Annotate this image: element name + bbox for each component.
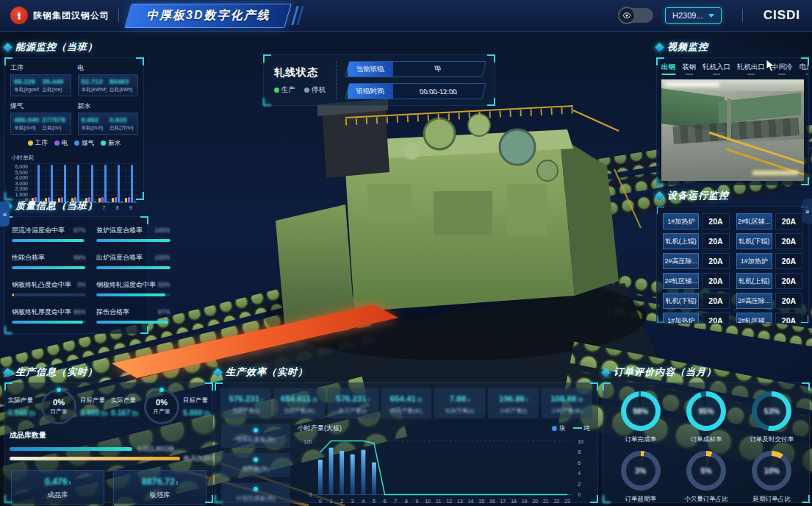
shift-time-field: 班组时间 00:00-12:00 <box>345 83 486 99</box>
svg-text:12: 12 <box>446 499 452 504</box>
warehouse-section-label: 成品库数量 <box>10 430 208 441</box>
camera-timestamp-overlay <box>665 82 719 87</box>
finished-stock-card: 0.476t 成品库 <box>11 470 104 505</box>
heat-number-dropdown[interactable]: H2309... <box>665 7 722 24</box>
svg-text:14: 14 <box>468 499 474 504</box>
warehouse-bar-today: 今日(1,801)块 <box>10 444 208 454</box>
panel-orders: 订单评价内容（当月） 98%订单完成率 95%订单成材率 53%订单及时交付率 … <box>603 366 810 503</box>
donut-yield-rate: 95%订单成材率 <box>675 391 737 444</box>
production-content: 实际产量0.045万t 0%日产量 目标产量0.900万t 实际产量0.167万… <box>4 382 213 503</box>
energy-group: 煤气 486.040277578单耗(m³/t)总耗(m³) <box>10 101 71 135</box>
side-stat-card: 当班轧废量(块) <box>221 424 290 448</box>
panel-title: 生产效率（实时） <box>215 366 598 378</box>
equipment-readout: 轧机(上辊)20A <box>736 273 803 289</box>
camera-feed[interactable] <box>661 79 804 181</box>
panel-video: 视频监控 出钢 装钢 轧机入口 轧机出口 中间冷 电加热 <box>656 41 809 185</box>
tab-mill-entry[interactable]: 轧机入口 <box>703 63 730 75</box>
donut-delayed-order-ratio: 10%延期订单占比 <box>741 451 803 504</box>
visibility-toggle[interactable] <box>619 8 653 23</box>
svg-text:6: 6 <box>578 460 581 466</box>
rolling-status-legend: 生产 停机 <box>274 85 326 95</box>
slab-stock-card: 8876.72t 板坯库 <box>113 470 206 505</box>
diamond-icon <box>655 191 664 201</box>
donut-short-order-ratio: 5%小欠量订单占比 <box>675 451 737 504</box>
hourly-output-chart: 1200108642001234567891011121314151617181… <box>296 433 592 506</box>
equipment-readout: 1#加热炉20A <box>663 213 730 229</box>
svg-text:18: 18 <box>511 499 517 504</box>
svg-text:8: 8 <box>578 449 581 455</box>
diamond-icon <box>3 43 12 52</box>
diamond-icon <box>3 368 12 377</box>
equipment-readout: 2#高压除...20A <box>663 253 730 269</box>
orders-content: 98%订单完成率 95%订单成材率 53%订单及时交付率 3%订单超期率 5%小… <box>603 382 810 503</box>
stat-card: 108.88块小时产量(块) <box>542 388 592 418</box>
equipment-readout: 1#加热炉20A <box>736 253 803 269</box>
svg-text:1: 1 <box>330 499 333 504</box>
svg-text:10: 10 <box>425 499 431 504</box>
stat-card: 654.41块昨日产量(块) <box>381 388 432 418</box>
page-title: 中厚板3D数字化产线 <box>124 4 292 28</box>
quality-metric: 层流冷温度命中率97% <box>12 226 86 242</box>
dashboard-root: 陕钢集团汉钢公司 中厚板3D数字化产线 H2309... CISDI 能源监控（… <box>0 0 812 506</box>
svg-text:23: 23 <box>564 499 570 504</box>
svg-text:9: 9 <box>416 499 419 504</box>
svg-text:2: 2 <box>340 499 343 504</box>
panel-title: 生产信息（实时） <box>4 366 213 378</box>
panel-equipment: 设备运行监控 1#加热炉20A 2#轧区辅...20A 轧机(上辊)20A 轧机… <box>656 190 809 324</box>
hour-chart-legend: 块 吨 <box>552 424 590 433</box>
svg-text:19: 19 <box>522 499 528 504</box>
stat-card: 7.88s轧制节奏(s) <box>434 388 485 418</box>
warehouse-bar-yesterday: 昨天(5,203)块 <box>10 454 208 463</box>
left-collapse-handle[interactable]: « <box>0 202 10 227</box>
header-divider <box>742 9 743 22</box>
daily-output-gauge: 实际产量0.045万t 0%日产量 目标产量0.900万t <box>8 389 109 424</box>
tab-mill-exit[interactable]: 轧机出口 <box>737 63 765 75</box>
svg-text:5: 5 <box>373 499 376 504</box>
equipment-readout: 2#轧区辅...20A <box>736 313 803 324</box>
diamond-icon <box>655 43 664 52</box>
svg-text:4: 4 <box>578 471 581 476</box>
tab-zhuanggang[interactable]: 装钢 <box>682 63 696 75</box>
svg-text:21: 21 <box>543 499 549 504</box>
svg-text:11: 11 <box>436 499 441 504</box>
eye-icon <box>618 7 636 24</box>
svg-text:7: 7 <box>394 499 397 504</box>
svg-text:0: 0 <box>309 492 312 497</box>
header-divider <box>118 9 119 22</box>
svg-text:8: 8 <box>405 499 408 504</box>
quality-metric: 钢板终轧凸度命中率3% <box>12 280 86 296</box>
video-content: 出钢 装钢 轧机入口 轧机出口 中间冷 电加热 <box>656 57 809 185</box>
cisdi-logo: CISDI <box>764 8 800 23</box>
energy-content: 工序 68.22639.449单耗(kgce/t)总耗(tce) 电 52.71… <box>4 57 144 200</box>
right-collapse-handle[interactable]: » <box>802 199 812 224</box>
energy-group: 新水 6.6620.915单耗(m³/t)总耗(万m³) <box>78 101 139 135</box>
hour-chart-title: 小时产量(大板) <box>298 424 342 433</box>
energy-group: 电 52.71380483单耗(kWh/t)总耗(kWh) <box>78 63 139 96</box>
tab-intercooling[interactable]: 中间冷 <box>772 63 793 75</box>
svg-text:120: 120 <box>303 439 312 444</box>
quality-metric: 探伤合格率97% <box>96 307 170 324</box>
company-logo-icon <box>10 7 28 24</box>
panel-quality: 质量信息（当班） 层流冷温度命中率97% 装炉温度合格率100% 性能合格率99… <box>4 200 148 334</box>
equipment-readout: 轧机(下辊)20A <box>736 233 803 249</box>
energy-chart-legend: 工序 电 煤气 新水 <box>5 137 143 149</box>
equipment-content: 1#加热炉20A 2#轧区辅...20A 轧机(上辊)20A 轧机(下辊)20A… <box>656 206 809 324</box>
stat-card: 576.231t昨日产量(t) <box>328 388 378 418</box>
panel-title: 质量信息（当班） <box>4 200 148 212</box>
svg-text:2: 2 <box>578 482 581 487</box>
panel-rolling-status: 轧线状态 生产 停机 当前班组 甲 班组时间 00:00-12:00 <box>263 54 495 106</box>
svg-text:6: 6 <box>384 499 387 504</box>
panel-title: 设备运行监控 <box>656 190 809 202</box>
panel-efficiency: 生产效率（实时） 576.231t当班产量(t) 654.611块当班产量(块)… <box>215 366 598 503</box>
energy-group: 工序 68.22639.449单耗(kgce/t)总耗(tce) <box>10 63 71 96</box>
side-stat-card: 计划完成量(块) <box>221 482 290 506</box>
efficiency-content: 576.231t当班产量(t) 654.611块当班产量(块) 576.231t… <box>215 382 598 503</box>
equipment-readout: 2#轧区辅...20A <box>736 213 803 229</box>
quality-content: 层流冷温度命中率97% 装炉温度合格率100% 性能合格率99% 出炉温度合格率… <box>4 216 148 334</box>
panel-title: 视频监控 <box>656 41 809 53</box>
svg-text:22: 22 <box>554 499 560 504</box>
chevron-down-icon <box>708 14 714 18</box>
donut-order-completion: 98%订单完成率 <box>609 391 672 444</box>
svg-text:17: 17 <box>500 499 506 504</box>
donut-overdue-rate: 3%订单超期率 <box>609 451 672 504</box>
